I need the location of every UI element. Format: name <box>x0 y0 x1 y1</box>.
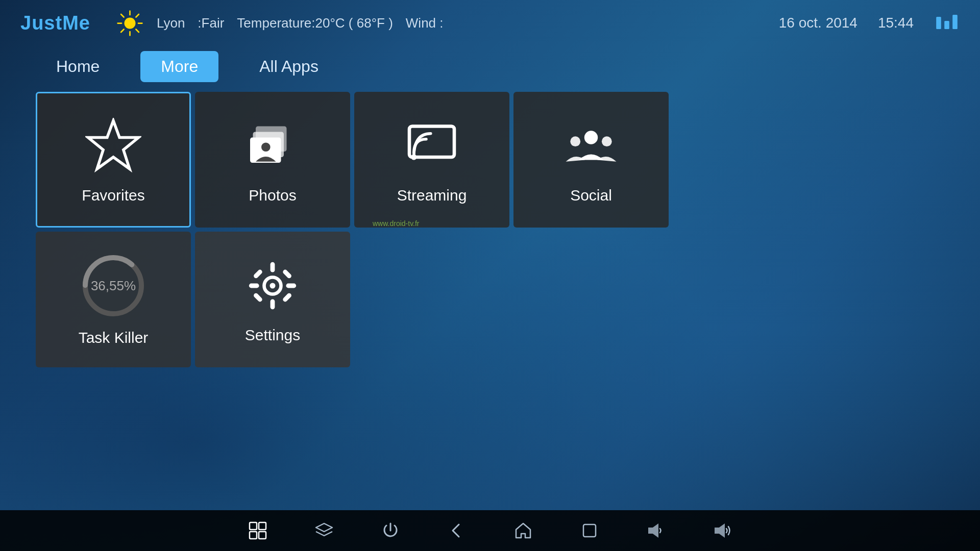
app-tile-streaming[interactable]: Streaming <box>354 92 509 228</box>
svg-point-20 <box>570 136 580 146</box>
taskbar <box>0 510 980 551</box>
social-icon <box>560 115 622 177</box>
svg-rect-10 <box>944 21 949 29</box>
app-grid: Favorites Photos <box>0 87 704 372</box>
layers-button[interactable] <box>311 518 337 543</box>
date-label: 16 oct. 2014 <box>779 15 857 31</box>
svg-rect-34 <box>250 522 257 530</box>
svg-line-5 <box>121 14 124 17</box>
network-icon <box>934 13 960 33</box>
tab-more[interactable]: More <box>140 51 218 82</box>
multiwindow-button[interactable] <box>245 518 271 543</box>
nav-bar: Home More All Apps <box>0 46 980 87</box>
svg-rect-29 <box>286 284 296 288</box>
svg-rect-39 <box>583 524 596 537</box>
tab-allapps[interactable]: All Apps <box>239 51 339 82</box>
star-icon <box>83 115 144 177</box>
streaming-label: Streaming <box>397 187 467 204</box>
home-button[interactable] <box>510 518 536 543</box>
volume-up-button[interactable] <box>709 518 735 543</box>
back-button[interactable] <box>444 518 470 543</box>
svg-point-0 <box>124 17 135 29</box>
volume-down-button[interactable] <box>643 518 669 543</box>
svg-marker-12 <box>88 121 139 169</box>
favorites-label: Favorites <box>82 187 144 204</box>
social-label: Social <box>570 187 612 204</box>
streaming-icon <box>401 115 462 177</box>
photos-icon <box>242 115 303 177</box>
app-tile-social[interactable]: Social <box>513 92 669 228</box>
svg-rect-31 <box>282 269 292 279</box>
power-button[interactable] <box>378 518 403 543</box>
photos-label: Photos <box>249 187 296 204</box>
wind-label: Wind : <box>406 15 444 31</box>
temperature-label: Temperature:20°C ( 68°F ) <box>237 15 393 31</box>
svg-rect-35 <box>259 522 266 530</box>
tab-home[interactable]: Home <box>36 51 120 82</box>
app-tile-taskkiller[interactable]: 36,55% Task Killer <box>36 232 191 367</box>
svg-rect-36 <box>250 532 257 539</box>
svg-point-18 <box>411 155 416 160</box>
settings-label: Settings <box>245 327 300 344</box>
header-info: Lyon :Fair Temperature:20°C ( 68°F ) Win… <box>157 15 769 31</box>
svg-rect-26 <box>271 262 275 272</box>
svg-rect-28 <box>249 284 259 288</box>
sunny-icon <box>116 9 144 37</box>
svg-rect-9 <box>936 17 941 29</box>
recents-button[interactable] <box>577 518 602 543</box>
header: JustMe Lyon :Fair Temperature:20°C ( 68°… <box>0 0 980 46</box>
taskkiller-label: Task Killer <box>79 329 149 346</box>
task-killer-icon: 36,55% <box>80 253 146 319</box>
settings-icon <box>242 255 303 316</box>
svg-point-19 <box>584 131 598 144</box>
app-logo: JustMe <box>20 12 90 34</box>
svg-marker-38 <box>316 523 332 532</box>
task-killer-percent: 36,55% <box>91 278 136 294</box>
city-label: Lyon <box>157 15 185 31</box>
time-label: 15:44 <box>878 15 914 31</box>
svg-line-6 <box>136 29 139 32</box>
svg-rect-30 <box>253 269 263 279</box>
app-tile-settings[interactable]: Settings <box>195 232 350 367</box>
svg-point-25 <box>270 283 276 289</box>
svg-rect-33 <box>282 292 292 303</box>
svg-rect-37 <box>259 532 266 539</box>
svg-line-7 <box>136 14 139 17</box>
condition-label: :Fair <box>198 15 224 31</box>
app-tile-photos[interactable]: Photos <box>195 92 350 228</box>
svg-rect-32 <box>253 292 263 303</box>
svg-line-8 <box>121 29 124 32</box>
svg-marker-40 <box>649 524 658 537</box>
app-tile-favorites[interactable]: Favorites <box>36 92 191 228</box>
svg-point-16 <box>261 142 271 152</box>
header-right: 16 oct. 2014 15:44 <box>779 13 960 33</box>
svg-point-21 <box>602 136 612 146</box>
svg-marker-41 <box>715 524 724 537</box>
svg-rect-27 <box>271 299 275 309</box>
svg-rect-11 <box>952 15 958 29</box>
